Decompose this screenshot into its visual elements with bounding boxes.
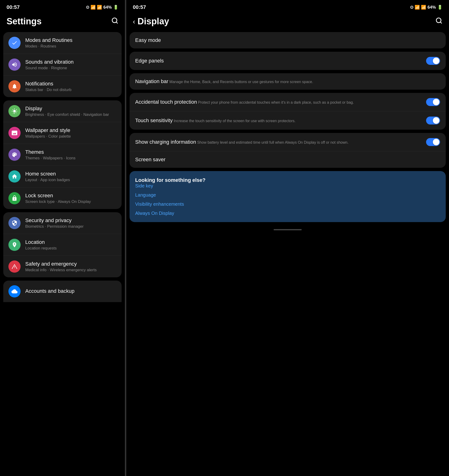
settings-group-1: Modes and Routines Modes · Routines Soun… xyxy=(3,32,122,97)
left-status-bar: 00:57 ⊙ 📶 📶 64% 🔋 xyxy=(0,0,125,13)
notifications-title: Notifications xyxy=(25,81,72,87)
settings-item-location[interactable]: Location Location requests xyxy=(3,234,122,256)
display-group-easy: Easy mode xyxy=(129,32,446,48)
display-item-nav-bar[interactable]: Navigation bar Manage the Home, Back, an… xyxy=(129,73,446,90)
display-icon xyxy=(8,105,21,117)
screen-saver-title: Screen saver xyxy=(135,157,166,162)
settings-item-notifications[interactable]: Notifications Status bar · Do not distur… xyxy=(3,76,122,97)
screen-saver-text: Screen saver xyxy=(135,157,436,163)
settings-item-safety[interactable]: Safety and emergency Medical info · Wire… xyxy=(3,256,122,277)
display-item-charging-info[interactable]: Show charging information Show battery l… xyxy=(129,133,446,151)
homescreen-icon xyxy=(8,170,21,183)
display-subtitle: Brightness · Eye comfort shield · Naviga… xyxy=(25,112,109,117)
easy-mode-text: Easy mode xyxy=(135,37,436,43)
display-page-title: Display xyxy=(138,16,169,26)
right-battery: 64% xyxy=(427,5,436,10)
touch-sensitivity-toggle[interactable] xyxy=(426,116,440,125)
location-icon xyxy=(8,239,21,251)
accidental-touch-subtitle: Protect your phone from accidental touch… xyxy=(198,100,354,104)
charging-info-toggle[interactable] xyxy=(426,138,440,146)
lockscreen-subtitle: Screen lock type · Always On Display xyxy=(25,199,91,204)
left-panel: 00:57 ⊙ 📶 📶 64% 🔋 Settings Modes and Rou… xyxy=(0,0,126,476)
settings-item-homescreen[interactable]: Home screen Layout · App icon badges xyxy=(3,166,122,187)
edge-panels-toggle[interactable] xyxy=(426,57,440,65)
safety-subtitle: Medical info · Wireless emergency alerts xyxy=(25,268,97,272)
lockscreen-text: Lock screen Screen lock type · Always On… xyxy=(25,193,91,204)
display-header: ‹ Display xyxy=(126,13,449,32)
left-battery: 64% xyxy=(103,5,112,10)
right-status-right: ⊙ 📶 📶 64% 🔋 xyxy=(410,5,443,10)
charging-info-toggle-knob xyxy=(433,139,439,145)
display-header-left: ‹ Display xyxy=(133,16,169,26)
display-group-charging: Show charging information Show battery l… xyxy=(129,133,446,168)
settings-item-themes[interactable]: Themes Themes · Wallpapers · Icons xyxy=(3,144,122,166)
accidental-touch-title: Accidental touch protection xyxy=(135,99,197,105)
settings-group-2: Display Brightness · Eye comfort shield … xyxy=(3,100,122,209)
location-text: Location Location requests xyxy=(25,239,56,251)
notifications-icon xyxy=(8,80,21,92)
looking-link-side-key[interactable]: Side key xyxy=(135,183,440,189)
settings-item-accounts[interactable]: Accounts and backup xyxy=(3,281,122,302)
wallpaper-subtitle: Wallpapers · Color palette xyxy=(25,134,71,139)
charging-info-title: Show charging information xyxy=(135,139,196,145)
notifications-text: Notifications Status bar · Do not distur… xyxy=(25,81,72,92)
looking-link-language[interactable]: Language xyxy=(135,192,440,198)
looking-link-always-on-display[interactable]: Always On Display xyxy=(135,211,440,216)
notifications-subtitle: Status bar · Do not disturb xyxy=(25,87,72,92)
left-status-right: ⊙ 📶 📶 64% 🔋 xyxy=(86,5,118,10)
settings-title: Settings xyxy=(6,16,42,26)
settings-header: Settings xyxy=(0,13,125,32)
accounts-title: Accounts and backup xyxy=(25,288,74,294)
left-time: 00:57 xyxy=(6,4,20,10)
right-battery-icon: 🔋 xyxy=(437,5,443,10)
display-item-screen-saver[interactable]: Screen saver xyxy=(129,151,446,168)
themes-icon xyxy=(8,149,21,161)
display-group-touch: Accidental touch protection Protect your… xyxy=(129,93,446,130)
homescreen-title: Home screen xyxy=(25,171,70,177)
safety-text: Safety and emergency Medical info · Wire… xyxy=(25,261,97,272)
settings-item-wallpaper[interactable]: Wallpaper and style Wallpapers · Color p… xyxy=(3,122,122,144)
accounts-text: Accounts and backup xyxy=(25,288,74,295)
svg-line-1 xyxy=(116,22,117,23)
touch-sensitivity-title: Touch sensitivity xyxy=(135,117,173,123)
display-text: Display Brightness · Eye comfort shield … xyxy=(25,106,109,117)
settings-item-security[interactable]: Security and privacy Biometrics · Permis… xyxy=(3,212,122,234)
display-item-edge-panels[interactable]: Edge panels xyxy=(129,52,446,70)
themes-text: Themes Themes · Wallpapers · Icons xyxy=(25,149,76,161)
location-title: Location xyxy=(25,239,56,245)
homescreen-subtitle: Layout · App icon badges xyxy=(25,178,70,182)
looking-link-visibility[interactable]: Visibility enhancements xyxy=(135,201,440,207)
settings-item-display[interactable]: Display Brightness · Eye comfort shield … xyxy=(3,100,122,122)
right-time: 00:57 xyxy=(133,4,146,10)
edge-panels-title: Edge panels xyxy=(135,58,164,64)
accidental-touch-toggle-knob xyxy=(433,99,439,105)
security-icon xyxy=(8,217,21,229)
charging-info-text: Show charging information Show battery l… xyxy=(135,139,422,145)
settings-item-modes[interactable]: Modes and Routines Modes · Routines xyxy=(3,32,122,54)
nav-bar-subtitle: Manage the Home, Back, and Recents butto… xyxy=(169,80,313,84)
easy-mode-title: Easy mode xyxy=(135,37,161,43)
sounds-subtitle: Sound mode · Ringtone xyxy=(25,66,74,70)
accounts-icon xyxy=(8,285,21,298)
display-item-accidental-touch[interactable]: Accidental touch protection Protect your… xyxy=(129,93,446,111)
bottom-indicator xyxy=(126,225,449,234)
themes-title: Themes xyxy=(25,149,76,155)
wallpaper-title: Wallpaper and style xyxy=(25,127,71,133)
display-item-touch-sensitivity[interactable]: Touch sensitivity Increase the touch sen… xyxy=(129,111,446,130)
settings-item-sounds[interactable]: Sounds and vibration Sound mode · Ringto… xyxy=(3,54,122,76)
security-text: Security and privacy Biometrics · Permis… xyxy=(25,218,84,229)
settings-item-lockscreen[interactable]: Lock screen Screen lock type · Always On… xyxy=(3,187,122,209)
touch-sensitivity-subtitle: Increase the touch sensitivity of the sc… xyxy=(174,119,296,123)
edge-panels-toggle-knob xyxy=(433,57,439,64)
back-button[interactable]: ‹ xyxy=(133,17,135,25)
accidental-touch-toggle[interactable] xyxy=(426,98,440,106)
charging-info-subtitle: Show battery level and estimated time un… xyxy=(197,140,348,144)
safety-icon xyxy=(8,260,21,273)
display-item-easy-mode[interactable]: Easy mode xyxy=(129,32,446,48)
lockscreen-title: Lock screen xyxy=(25,193,91,199)
settings-search-button[interactable] xyxy=(111,17,118,26)
left-status-icons: ⊙ 📶 📶 xyxy=(86,5,102,10)
right-status-bar: 00:57 ⊙ 📶 📶 64% 🔋 xyxy=(126,0,449,13)
sounds-icon xyxy=(8,58,21,71)
display-search-button[interactable] xyxy=(435,17,443,26)
